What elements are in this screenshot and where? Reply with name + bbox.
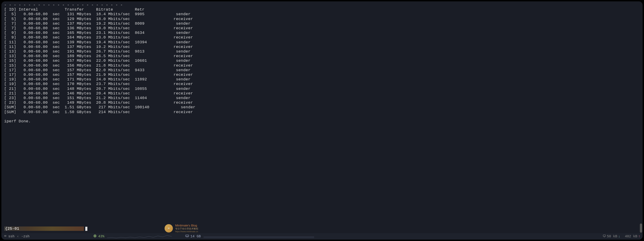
svg-rect-10: [186, 235, 188, 236]
memory-value: 14 GB: [190, 234, 201, 238]
prompt-line[interactable]: {25-01: [4, 226, 87, 231]
watermark-logo-icon: M: [164, 224, 173, 232]
cpu-icon: [93, 234, 97, 239]
status-network[interactable]: 50 kB↓ 402 kB↑: [603, 234, 640, 238]
terminal-output[interactable]: - - - - - - - - - - - - - - - - - - - - …: [2, 2, 642, 125]
memory-graph: [204, 234, 314, 238]
prompt-text[interactable]: {25-01: [4, 226, 84, 231]
status-ssh-label: ssh: [8, 234, 14, 238]
terminal-window: - - - - - - - - - - - - - - - - - - - - …: [2, 2, 642, 240]
status-shell-label: -zsh: [21, 234, 30, 238]
scrollbar[interactable]: [640, 2, 642, 233]
memory-icon: [185, 234, 189, 238]
watermark: M Mintimate's Blog 专注于你分享技术教程 https://ww…: [164, 224, 198, 233]
svg-rect-0: [94, 235, 96, 237]
status-bar: ssh ‹ -zsh 43% 14 GB: [2, 233, 642, 240]
status-separator: ‹: [17, 234, 19, 238]
network-icon: [4, 234, 7, 238]
net-down: 50 kB↓: [603, 234, 620, 238]
watermark-text: Mintimate's Blog 专注于你分享技术教程 https://www.…: [175, 224, 198, 233]
net-up-value: 402 kB: [625, 234, 637, 238]
svg-rect-1: [94, 236, 96, 236]
svg-rect-15: [603, 235, 606, 236]
net-up: 402 kB↑: [625, 234, 640, 238]
net-down-value: 50 kB: [607, 234, 617, 238]
net-down-icon: [603, 234, 606, 238]
status-cpu[interactable]: 43%: [93, 234, 172, 239]
arrow-up-icon: ↑: [638, 234, 640, 238]
watermark-title: Mintimate's Blog: [175, 224, 198, 227]
status-session[interactable]: ssh ‹ -zsh: [4, 234, 30, 238]
watermark-url: https://www.mintimate.cn: [175, 230, 198, 233]
cursor-icon: [85, 227, 87, 231]
arrow-down-icon: ↓: [618, 234, 620, 238]
scrollbar-thumb[interactable]: [640, 224, 642, 233]
watermark-subtitle: 专注于你分享技术教程: [175, 227, 198, 230]
cpu-value: 43%: [98, 234, 104, 238]
status-memory[interactable]: 14 GB: [185, 234, 314, 238]
cpu-graph: [107, 234, 172, 238]
